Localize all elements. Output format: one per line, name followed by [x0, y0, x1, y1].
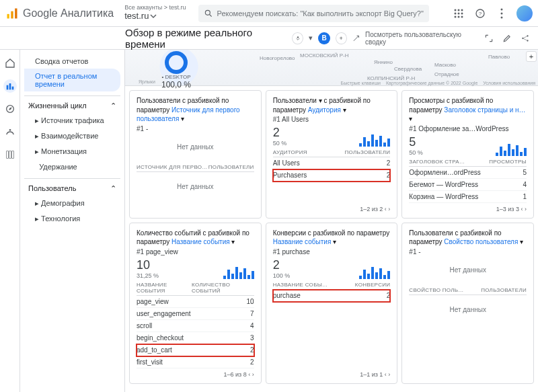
search-placeholder: Рекомендуем поискать: "Как выполнить экс… [217, 9, 424, 17]
share-icon[interactable] [518, 32, 531, 45]
table-row[interactable]: add_to_cart2 [137, 344, 254, 356]
table-row[interactable]: All Users2 [273, 157, 391, 169]
dropdown-chip[interactable] [292, 32, 303, 44]
svg-point-26 [9, 129, 11, 131]
sidebar-section-user[interactable]: Пользователь⌃ [24, 178, 120, 196]
spark-bars [223, 266, 254, 279]
svg-point-19 [522, 37, 523, 38]
card-pagination[interactable]: 1–1 из 1 ‹ › [273, 368, 391, 378]
table-row[interactable]: first_visit2 [137, 356, 254, 368]
card-title: Пользователи с разбивкой по параметру Св… [409, 229, 527, 247]
sidebar-item-retention[interactable]: Удержание [24, 159, 120, 174]
svg-rect-23 [9, 83, 11, 89]
sidebar-item-demographics[interactable]: ▸ Демография [24, 196, 120, 211]
svg-point-4 [455, 9, 457, 11]
kebab-icon[interactable] [495, 7, 508, 20]
sidebar-item-monetization[interactable]: ▸ Монетизация [24, 144, 120, 159]
card-subtitle: #1 - [409, 248, 527, 256]
spark-bars [359, 133, 390, 147]
rail-reports-icon[interactable] [3, 79, 17, 93]
card-metric: 5 [409, 135, 423, 149]
report-card: Количество событий с разбивкой по параме… [129, 223, 262, 384]
svg-point-9 [461, 12, 463, 14]
no-data-label: Нет данных [137, 172, 254, 201]
sidebar-realtime[interactable]: Отчет в реальном времени [24, 69, 120, 91]
svg-rect-27 [6, 151, 8, 159]
svg-point-21 [527, 40, 528, 41]
table-row[interactable]: purchase2 [273, 290, 391, 302]
card-subtitle: #1 - [137, 125, 254, 132]
help-icon[interactable]: ? [473, 7, 487, 20]
chevron-up-icon: ⌃ [110, 184, 116, 193]
map-scale-label: Ярлыки [139, 79, 155, 84]
table-row[interactable]: Оформлени…ordPress5 [409, 167, 527, 179]
chevron-up-icon: ⌃ [110, 102, 116, 110]
chevron-down-icon [150, 13, 157, 19]
table-header: ЗАГОЛОВОК СТРА…ПРОСМОТРЫ [409, 156, 527, 167]
svg-rect-2 [15, 8, 17, 18]
rail-home-icon[interactable] [3, 56, 17, 70]
apps-icon[interactable] [452, 7, 465, 20]
report-card: Просмотры с разбивкой по параметру Загол… [401, 90, 534, 219]
spark-bars [496, 143, 527, 156]
sidebar-section-lifecycle[interactable]: Жизненный цикл⌃ [24, 95, 120, 113]
rail-explore-icon[interactable] [3, 102, 17, 116]
table-header: АУДИТОРИЯПОЛЬЗОВАТЕЛИ [273, 147, 391, 157]
card-pagination[interactable]: 1–3 из 3 ‹ › [409, 203, 527, 212]
table-row[interactable]: page_view10 [137, 296, 254, 308]
svg-point-15 [501, 8, 503, 10]
table-row[interactable]: begin_checkout3 [137, 332, 254, 344]
table-row[interactable]: Purchasers2 [273, 169, 391, 182]
search-icon [204, 9, 213, 18]
property-selector[interactable]: Все аккаунты > test.ru test.ru [124, 5, 186, 21]
svg-point-11 [458, 15, 460, 17]
map-zoom-in-button[interactable]: + [526, 51, 537, 62]
report-card: Пользователи с разбивкой по параметру Св… [401, 223, 534, 384]
svg-point-6 [461, 9, 463, 11]
rail-ads-icon[interactable] [3, 125, 17, 139]
edit-icon[interactable] [500, 32, 513, 45]
rail-library-icon[interactable] [3, 148, 17, 161]
avatar[interactable] [516, 5, 533, 22]
sidebar-summary[interactable]: Сводка отчетов [24, 54, 120, 69]
card-title: Конверсии с разбивкой по параметру Назва… [273, 229, 391, 247]
sidebar-item-traffic[interactable]: ▸ Источник трафика [24, 113, 120, 128]
card-subtitle: #1 page_view [137, 248, 254, 256]
svg-point-5 [458, 9, 460, 11]
compare-chip[interactable]: B [318, 32, 330, 44]
search-input[interactable]: Рекомендуем поискать: "Как выполнить экс… [198, 5, 429, 22]
report-card: Конверсии с разбивкой по параметру Назва… [266, 223, 398, 384]
wand-icon [352, 34, 360, 42]
table-row[interactable]: user_engagement7 [137, 308, 254, 320]
map-strip[interactable]: • DESKTOP 100,0 % Новогорелово МОСКОВСКИ… [125, 50, 538, 86]
svg-point-8 [458, 12, 460, 14]
svg-rect-24 [11, 87, 13, 90]
sidebar-item-engagement[interactable]: ▸ Взаимодействие [24, 128, 120, 144]
fullscreen-icon[interactable] [482, 32, 495, 45]
table-header: СВОЙСТВО ПОЛЬ…ПОЛЬЗОВАТЕЛИ [409, 284, 527, 295]
svg-point-12 [461, 15, 463, 17]
add-comparison-button[interactable]: + [336, 32, 347, 44]
card-percent: 50 % [409, 149, 423, 156]
card-subtitle: #1 Оформление за…WordPress [409, 125, 527, 132]
card-metric: 10 [137, 258, 159, 272]
sidebar-item-tech[interactable]: ▸ Технология [24, 211, 120, 227]
svg-point-20 [527, 35, 528, 36]
svg-rect-1 [11, 11, 13, 18]
cards-grid: Пользователи с разбивкой по параметру Ис… [125, 86, 538, 388]
user-summary-link[interactable]: Посмотреть пользовательскую сводку [365, 31, 477, 46]
card-percent: 31,25 % [137, 272, 159, 279]
table-row[interactable]: Корзина — WordPress1 [409, 191, 527, 203]
svg-rect-22 [6, 85, 8, 90]
report-sidebar: Сводка отчетов Отчет в реальном времени … [20, 50, 125, 392]
table-row[interactable]: Бегемот — WordPress4 [409, 179, 527, 191]
svg-text:?: ? [479, 10, 482, 16]
table-header: НАЗВАНИЕ СОБЫТИЯКОЛИЧЕСТВО СОБЫТИЙ [137, 279, 254, 296]
card-title: Пользователи ▾ с разбивкой по параметру … [273, 96, 391, 114]
svg-point-7 [455, 12, 457, 14]
card-pagination[interactable]: 1–2 из 2 ‹ › [273, 203, 391, 212]
svg-rect-29 [11, 151, 13, 159]
card-pagination[interactable]: 1–6 из 8 ‹ › [137, 368, 254, 378]
brand-logo[interactable]: Google Аналитика [5, 7, 114, 20]
table-row[interactable]: scroll4 [137, 320, 254, 332]
